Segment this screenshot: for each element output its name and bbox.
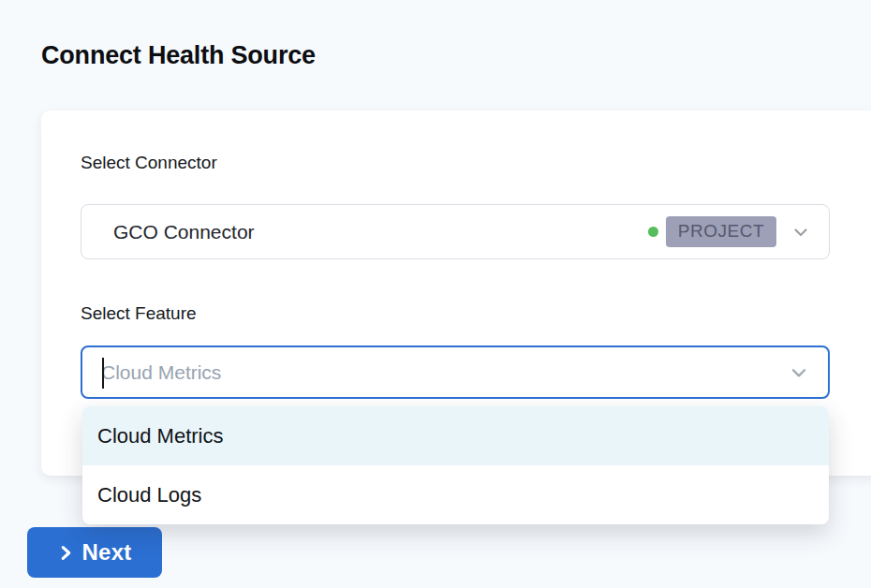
connect-health-source-page: Connect Health Source Select Connector G…: [0, 0, 871, 588]
select-feature-label: Select Feature: [81, 303, 197, 324]
feature-input[interactable]: [101, 347, 774, 397]
connector-select[interactable]: GCO Connector PROJECT: [81, 204, 830, 259]
selected-connector-value: GCO Connector: [113, 221, 648, 243]
text-caret: [102, 358, 104, 389]
page-title: Connect Health Source: [41, 41, 316, 70]
select-connector-label: Select Connector: [81, 153, 217, 173]
chevron-down-icon: [791, 223, 810, 242]
feature-dropdown-menu: Cloud Metrics Cloud Logs: [82, 406, 829, 524]
dropdown-option-cloud-logs[interactable]: Cloud Logs: [82, 465, 829, 524]
chevron-right-icon: [58, 545, 74, 561]
scope-badge: PROJECT: [666, 216, 776, 247]
status-dot-icon: [648, 227, 658, 237]
dropdown-option-cloud-metrics[interactable]: Cloud Metrics: [82, 406, 829, 465]
feature-combobox[interactable]: [81, 345, 830, 399]
next-button-label: Next: [82, 539, 132, 566]
chevron-down-icon: [789, 362, 809, 383]
next-button[interactable]: Next: [27, 527, 162, 578]
